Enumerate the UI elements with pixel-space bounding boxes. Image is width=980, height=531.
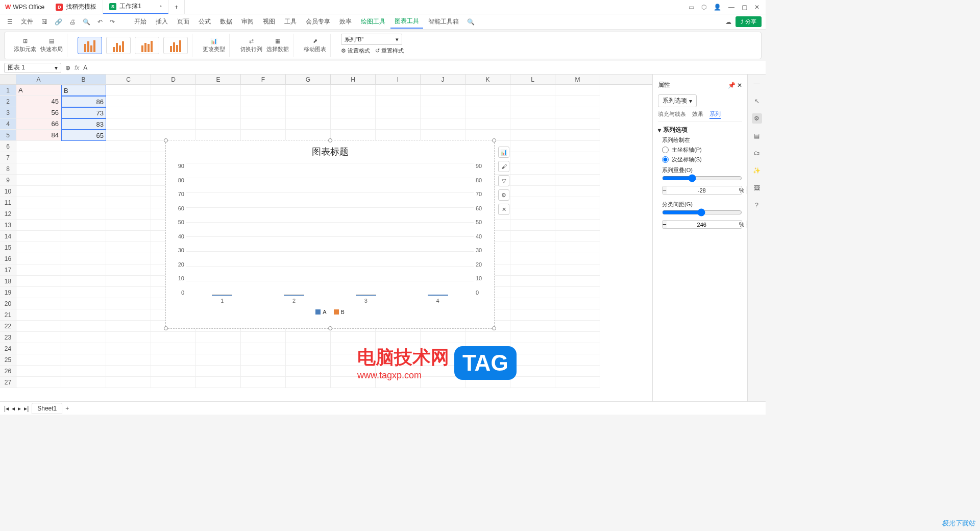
cell[interactable] <box>331 130 376 141</box>
cell[interactable] <box>241 366 286 377</box>
cell[interactable] <box>61 186 106 197</box>
col-header-G[interactable]: G <box>286 75 331 84</box>
cell[interactable] <box>106 343 151 354</box>
cell[interactable] <box>331 366 376 377</box>
undo-icon[interactable]: ↶ <box>94 16 106 28</box>
cell[interactable] <box>16 366 61 377</box>
select-icon[interactable]: ↖ <box>752 96 762 106</box>
cell[interactable]: 83 <box>61 118 106 130</box>
cell[interactable] <box>61 264 106 276</box>
select-data-button[interactable]: ▦选择数据 <box>266 38 289 53</box>
cell[interactable] <box>510 85 555 96</box>
cell[interactable] <box>376 118 421 130</box>
cell[interactable] <box>376 354 421 366</box>
cell[interactable] <box>106 186 151 197</box>
cell[interactable] <box>61 321 106 332</box>
cell[interactable] <box>16 276 61 287</box>
cell[interactable] <box>376 85 421 96</box>
cell[interactable] <box>510 141 555 152</box>
cell[interactable] <box>555 85 600 96</box>
cell[interactable] <box>510 96 555 107</box>
add-element-button[interactable]: ⊞添加元素 <box>14 38 36 53</box>
chart-filter-button[interactable]: ▽ <box>498 175 509 186</box>
set-format-button[interactable]: ⚙ 设置格式 <box>341 47 370 55</box>
cell[interactable] <box>16 309 61 321</box>
cell[interactable] <box>151 107 196 118</box>
cell[interactable] <box>465 343 510 354</box>
cell[interactable] <box>241 343 286 354</box>
cell[interactable] <box>286 130 331 141</box>
resize-handle[interactable] <box>164 326 168 330</box>
decrement-button[interactable]: − <box>663 221 667 228</box>
cell[interactable] <box>106 152 151 163</box>
cell[interactable] <box>106 96 151 107</box>
chart-plot-area[interactable]: 9080706050403020100 9080706050403020100 <box>186 163 474 296</box>
cell[interactable] <box>286 96 331 107</box>
row-header[interactable]: 27 <box>0 377 16 388</box>
cell[interactable] <box>376 343 421 354</box>
cell[interactable] <box>61 298 106 309</box>
cell[interactable] <box>331 107 376 118</box>
cell[interactable] <box>510 118 555 130</box>
cell[interactable] <box>421 332 465 343</box>
cell[interactable] <box>510 175 555 186</box>
cell[interactable] <box>555 118 600 130</box>
redo-icon[interactable]: ↷ <box>107 16 118 28</box>
cell[interactable] <box>465 377 510 388</box>
subtab-fill[interactable]: 填充与线条 <box>658 110 686 119</box>
row-header[interactable]: 15 <box>0 242 16 253</box>
cell[interactable]: 56 <box>16 107 61 118</box>
cell[interactable] <box>106 309 151 321</box>
menu-smart-toolbox[interactable]: 智能工具箱 <box>424 15 463 28</box>
row-header[interactable]: 10 <box>0 186 16 197</box>
cell[interactable] <box>510 321 555 332</box>
series-options-dropdown[interactable]: 系列选项 ▾ <box>658 94 697 107</box>
chart-bars[interactable] <box>186 163 474 296</box>
cell[interactable] <box>555 309 600 321</box>
cell[interactable] <box>106 276 151 287</box>
cell[interactable] <box>331 354 376 366</box>
cell[interactable] <box>16 321 61 332</box>
cell[interactable] <box>151 377 196 388</box>
cloud-icon[interactable]: ☁ <box>722 16 734 28</box>
subtab-series[interactable]: 系列 <box>709 110 721 119</box>
resize-handle[interactable] <box>164 138 168 142</box>
cell[interactable] <box>555 253 600 264</box>
cell[interactable] <box>16 163 61 175</box>
cell[interactable] <box>61 253 106 264</box>
chart-legend[interactable]: A B <box>166 309 494 315</box>
cell[interactable] <box>555 152 600 163</box>
add-sheet-button[interactable]: + <box>65 405 69 412</box>
cell[interactable] <box>510 163 555 175</box>
cell[interactable] <box>555 377 600 388</box>
link-icon[interactable]: 🔗 <box>52 16 65 28</box>
overlap-slider[interactable] <box>662 174 742 182</box>
cell[interactable] <box>510 152 555 163</box>
cell[interactable] <box>510 276 555 287</box>
cell[interactable] <box>151 343 196 354</box>
cell[interactable] <box>241 332 286 343</box>
cell[interactable] <box>555 220 600 231</box>
row-header[interactable]: 18 <box>0 276 16 287</box>
cell[interactable] <box>106 118 151 130</box>
row-header[interactable]: 23 <box>0 332 16 343</box>
close-button[interactable]: ✕ <box>754 4 760 11</box>
cell[interactable] <box>555 321 600 332</box>
cell[interactable] <box>376 130 421 141</box>
cell[interactable] <box>106 175 151 186</box>
decrement-button[interactable]: − <box>663 186 667 194</box>
cell[interactable] <box>16 242 61 253</box>
cell[interactable] <box>331 343 376 354</box>
cell[interactable] <box>241 354 286 366</box>
cell[interactable] <box>16 332 61 343</box>
secondary-axis-radio[interactable]: 次坐标轴(S) <box>662 156 742 163</box>
cell[interactable] <box>421 118 465 130</box>
row-header[interactable]: 19 <box>0 287 16 298</box>
cell[interactable] <box>16 264 61 276</box>
chart-tools-button[interactable]: ✕ <box>498 204 509 215</box>
menu-chart-tools[interactable]: 图表工具 <box>390 15 423 29</box>
cell[interactable] <box>510 220 555 231</box>
cell[interactable] <box>510 197 555 208</box>
sheet-tab-1[interactable]: Sheet1 <box>32 403 62 414</box>
cell[interactable] <box>16 287 61 298</box>
